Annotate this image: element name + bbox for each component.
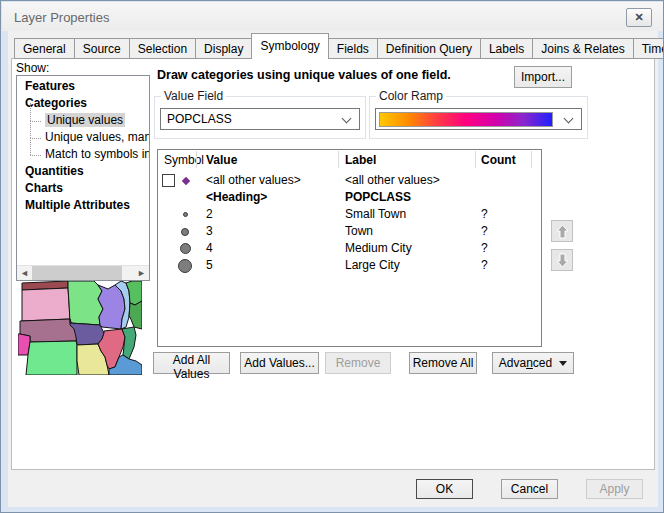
cell-label: Town — [345, 223, 373, 240]
add-all-values-button[interactable]: Add All Values — [153, 352, 230, 374]
tree-item-label: Multiple Attributes — [25, 198, 130, 212]
tab-source[interactable]: Source — [75, 38, 130, 59]
column-divider — [475, 151, 476, 168]
all-other-values-checkbox[interactable] — [162, 174, 175, 187]
point-symbol-circle-icon[interactable] — [181, 228, 189, 236]
cell-value: <Heading> — [206, 189, 267, 206]
cell-label: Large City — [345, 257, 400, 274]
table-header: Symbol Value Label Count — [158, 150, 541, 170]
dialog-title: Layer Properties — [14, 10, 109, 25]
column-divider — [196, 151, 197, 168]
show-tree[interactable]: FeaturesCategoriesUnique valuesUnique va… — [16, 75, 150, 281]
tree-item-label: Match to symbols in a — [45, 147, 150, 161]
color-ramp-group-label: Color Ramp — [376, 89, 446, 103]
symbology-tab-page: Show: FeaturesCategoriesUnique valuesUni… — [11, 58, 655, 470]
column-header-count: Count — [481, 153, 516, 167]
tab-definition-query[interactable]: Definition Query — [378, 38, 481, 59]
tree-item-label: Unique values — [45, 113, 125, 127]
column-divider — [338, 151, 339, 168]
point-symbol-circle-icon[interactable] — [178, 259, 192, 273]
cancel-button[interactable]: Cancel — [501, 479, 558, 499]
advanced-button[interactable]: Advanced — [492, 352, 574, 374]
column-divider — [531, 151, 532, 168]
close-icon[interactable]: ✕ — [626, 8, 652, 27]
sidebar-item-multiple-attributes[interactable]: Multiple Attributes — [17, 197, 149, 214]
tree-item-label: Unique values, many — [45, 130, 150, 144]
point-symbol-diamond-icon[interactable] — [182, 177, 190, 185]
table-row[interactable]: 4Medium City? — [158, 240, 541, 257]
point-symbol-circle-icon[interactable] — [183, 212, 188, 217]
tab-fields[interactable]: Fields — [329, 38, 378, 59]
category-symbol[interactable] — [158, 240, 204, 257]
tab-display[interactable]: Display — [196, 38, 252, 59]
sidebar-item-unique-values-many[interactable]: Unique values, many — [17, 129, 149, 146]
tab-selection[interactable]: Selection — [130, 38, 196, 59]
sidebar-item-charts[interactable]: Charts — [17, 180, 149, 197]
scrollbar-thumb[interactable] — [32, 266, 122, 280]
tab-joins-relates[interactable]: Joins & Relates — [533, 38, 633, 59]
tree-item-label: Quantities — [25, 164, 84, 178]
cell-label: Medium City — [345, 240, 412, 257]
tab-symbology[interactable]: Symbology — [251, 33, 328, 59]
remove-all-button[interactable]: Remove All — [409, 352, 477, 374]
table-row[interactable]: 5Large City? — [158, 257, 541, 274]
cell-value: 2 — [206, 206, 213, 223]
table-row[interactable]: <Heading>POPCLASS — [158, 189, 541, 206]
categories-table-rows: <all other values><all other values><Hea… — [158, 172, 541, 274]
scroll-right-icon[interactable]: ► — [134, 266, 149, 280]
scroll-left-icon[interactable]: ◄ — [17, 266, 32, 280]
remove-button[interactable]: Remove — [325, 352, 391, 374]
table-row[interactable]: 2Small Town? — [158, 206, 541, 223]
layer-properties-dialog: Layer Properties ✕ GeneralSourceSelectio… — [0, 0, 664, 513]
sidebar-item-features[interactable]: Features — [17, 78, 149, 95]
import-button[interactable]: Import... — [514, 66, 572, 88]
category-symbol[interactable] — [158, 257, 204, 274]
color-ramp-dropdown[interactable] — [375, 108, 582, 130]
value-field-group: Value Field POPCLASS — [154, 96, 366, 139]
show-label: Show: — [16, 61, 49, 75]
value-field-dropdown[interactable]: POPCLASS — [160, 108, 360, 130]
sidebar-item-quantities[interactable]: Quantities — [17, 163, 149, 180]
table-row[interactable]: <all other values><all other values> — [158, 172, 541, 189]
category-symbol[interactable] — [158, 223, 204, 240]
cell-count: ? — [481, 223, 488, 240]
cell-count: ? — [481, 240, 488, 257]
advanced-label-part: Adva — [499, 356, 526, 370]
chevron-down-icon[interactable] — [564, 114, 574, 124]
move-up-button[interactable] — [551, 220, 573, 242]
title-bar[interactable]: Layer Properties ✕ — [2, 2, 663, 31]
cell-value: <all other values> — [206, 172, 301, 189]
tab-general[interactable]: General — [14, 38, 75, 59]
tab-time[interactable]: Time — [634, 38, 664, 59]
advanced-label-part: ced — [533, 356, 552, 370]
column-header-value: Value — [206, 153, 237, 167]
cell-label: <all other values> — [345, 172, 440, 189]
apply-button[interactable]: Apply — [586, 479, 643, 499]
all-other-values-symbol[interactable] — [158, 172, 204, 189]
category-symbol[interactable] — [158, 206, 204, 223]
tree-horizontal-scrollbar[interactable]: ◄ ► — [17, 265, 149, 280]
tab-strip: GeneralSourceSelectionDisplaySymbologyFi… — [14, 36, 664, 59]
cell-value: 4 — [206, 240, 213, 257]
no-symbol — [158, 189, 204, 206]
add-values--button[interactable]: Add Values... — [240, 352, 319, 374]
categories-table[interactable]: Symbol Value Label Count <all other valu… — [157, 149, 542, 347]
tree-item-label: Charts — [25, 181, 63, 195]
ok-button[interactable]: OK — [416, 479, 473, 499]
method-description: Draw categories using unique values of o… — [157, 68, 451, 82]
table-row[interactable]: 3Town? — [158, 223, 541, 240]
map-preview — [18, 281, 142, 375]
advanced-label-underline: n — [526, 356, 533, 370]
point-symbol-circle-icon[interactable] — [180, 243, 191, 254]
tree-item-label: Categories — [25, 96, 87, 110]
column-header-symbol: Symbol — [164, 153, 204, 167]
column-header-label: Label — [345, 153, 376, 167]
move-down-button[interactable] — [551, 249, 573, 271]
sidebar-item-categories[interactable]: Categories — [17, 95, 149, 112]
tab-labels[interactable]: Labels — [481, 38, 533, 59]
sidebar-item-match-to-symbols-in-a[interactable]: Match to symbols in a — [17, 146, 149, 163]
value-field-selected: POPCLASS — [167, 112, 232, 126]
cell-label: Small Town — [345, 206, 406, 223]
chevron-down-icon[interactable] — [342, 114, 352, 124]
sidebar-item-unique-values[interactable]: Unique values — [17, 112, 149, 129]
